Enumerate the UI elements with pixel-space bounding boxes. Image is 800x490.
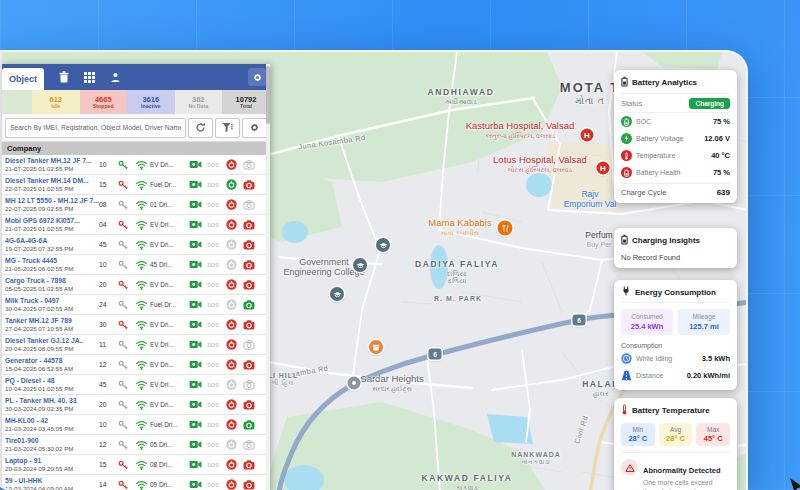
camera-icon[interactable] xyxy=(240,420,258,430)
counter-inactive[interactable]: 3616Inactive xyxy=(127,90,175,114)
camera-icon[interactable] xyxy=(240,360,258,370)
video-camera-icon[interactable] xyxy=(186,320,204,329)
ignition-icon[interactable] xyxy=(222,179,240,190)
list-header-company[interactable]: Company xyxy=(2,142,270,155)
refresh-icon[interactable] xyxy=(188,118,213,138)
vehicle-name-link[interactable]: Tanker MH.12 JF 789 xyxy=(5,317,99,325)
counter-stopped[interactable]: 4665Stopped xyxy=(80,90,128,114)
ignition-icon[interactable] xyxy=(222,199,240,210)
ignition-icon[interactable] xyxy=(222,399,240,410)
grid-icon[interactable] xyxy=(83,71,96,84)
shield-marker[interactable]: 6 xyxy=(573,315,586,326)
vehicle-name-link[interactable]: Diesel Tanker GJ.12 JA.. xyxy=(5,337,99,345)
video-camera-icon[interactable] xyxy=(186,380,204,389)
scrollbar-thumb[interactable] xyxy=(266,66,270,124)
vehicle-name-link[interactable]: Diesel Tanker MH.12 JF 7... xyxy=(5,157,99,165)
vehicle-name-link[interactable]: Milk Truck - 0497 xyxy=(5,297,99,305)
video-camera-icon[interactable] xyxy=(186,220,204,229)
ignition-icon[interactable] xyxy=(222,299,240,310)
vehicle-name-link[interactable]: PL - Tanker MH. 40. 33 xyxy=(5,397,99,405)
vehicle-row[interactable]: PQ - Diesel - 48 10-04-2025 01:02:55 PM … xyxy=(2,375,270,395)
ignition-icon[interactable] xyxy=(222,159,240,170)
camera-icon[interactable] xyxy=(240,160,258,170)
counter-nodata[interactable]: 382No Data xyxy=(175,90,223,114)
school-marker[interactable] xyxy=(330,287,344,301)
camera-icon[interactable] xyxy=(240,220,258,230)
ignition-icon[interactable] xyxy=(222,319,240,330)
camera-icon[interactable] xyxy=(240,480,258,490)
camera-icon[interactable] xyxy=(240,180,258,190)
video-camera-icon[interactable] xyxy=(186,340,204,349)
school-marker[interactable] xyxy=(376,238,390,252)
vehicle-row[interactable]: Tire01-900 21-03-2024 05:30:02 PM 12 05 … xyxy=(2,435,270,455)
video-camera-icon[interactable] xyxy=(186,180,204,189)
user-icon[interactable] xyxy=(109,71,122,84)
ignition-icon[interactable] xyxy=(222,259,240,270)
video-camera-icon[interactable] xyxy=(186,280,204,289)
vehicle-name-link[interactable]: MG - Truck 4445 xyxy=(5,257,99,265)
vehicle-row[interactable]: Cargo Truck - 7898 05-05-2025 01:02:55 A… xyxy=(2,275,270,295)
video-camera-icon[interactable] xyxy=(186,440,204,449)
video-camera-icon[interactable] xyxy=(186,160,204,169)
camera-icon[interactable] xyxy=(240,340,258,350)
trash-icon[interactable] xyxy=(57,71,70,84)
ignition-icon[interactable] xyxy=(222,219,240,230)
hospital-marker[interactable]: H xyxy=(597,162,610,175)
vehicle-row[interactable]: Laptop - 91 20-03-2024 09:20:55 AM 15 08… xyxy=(2,455,270,475)
video-camera-icon[interactable] xyxy=(186,300,204,309)
search-input[interactable] xyxy=(5,118,186,138)
ignition-icon[interactable] xyxy=(222,279,240,290)
shield-marker[interactable]: 6 xyxy=(429,349,442,360)
camera-icon[interactable] xyxy=(240,380,258,390)
vehicle-row[interactable]: Milk Truck - 0497 30-04-2025 07:02:55 AM… xyxy=(2,295,270,315)
camera-icon[interactable] xyxy=(240,400,258,410)
vehicle-row[interactable]: Tanker MH.12 JF 789 27-04-2025 07:10:55 … xyxy=(2,315,270,335)
gear-icon[interactable] xyxy=(242,118,267,138)
vehicle-name-link[interactable]: 4G-6A-4G-6A xyxy=(5,237,99,245)
vehicle-row[interactable]: PL - Tanker MH. 40. 33 30-03-2024 09:02:… xyxy=(2,395,270,415)
counter-total[interactable]: 10792Total xyxy=(222,90,270,114)
sidebar-scrollbar[interactable] xyxy=(266,64,270,490)
vehicle-name-link[interactable]: 59 - UI-HHK xyxy=(5,477,99,485)
ignition-icon[interactable] xyxy=(222,479,240,490)
vehicle-name-link[interactable]: Cargo Truck - 7898 xyxy=(5,277,99,285)
camera-icon[interactable] xyxy=(240,460,258,470)
ignition-icon[interactable] xyxy=(222,439,240,450)
camera-icon[interactable] xyxy=(240,320,258,330)
ignition-icon[interactable] xyxy=(222,339,240,350)
video-camera-icon[interactable] xyxy=(186,200,204,209)
vehicle-row[interactable]: Diesel Tanker MH.12 JF 7... 21-07-2025 0… xyxy=(2,155,270,175)
video-camera-icon[interactable] xyxy=(186,400,204,409)
ignition-icon[interactable] xyxy=(222,379,240,390)
camera-icon[interactable] xyxy=(240,200,258,210)
ignition-icon[interactable] xyxy=(222,239,240,250)
vehicle-name-link[interactable]: Generator - 44578 xyxy=(5,357,99,365)
video-camera-icon[interactable] xyxy=(186,240,204,249)
video-camera-icon[interactable] xyxy=(186,460,204,469)
filter-icon[interactable] xyxy=(215,118,240,138)
ignition-icon[interactable] xyxy=(222,419,240,430)
vehicle-row[interactable]: MH-KL00 - 42 21-03-2024 03:45:05 PM 10 F… xyxy=(2,415,270,435)
vehicle-row[interactable]: MG - Truck 4445 21-05-2025 06:02:55 PM 1… xyxy=(2,255,270,275)
vehicle-row[interactable]: Generator - 44578 15-04-2025 06:52:55 AM… xyxy=(2,355,270,375)
restaurant-marker[interactable] xyxy=(498,221,513,236)
video-camera-icon[interactable] xyxy=(186,420,204,429)
vehicle-row[interactable]: 4G-6A-4G-6A 19-07-2025 07:32:55 PM 45 EV… xyxy=(2,235,270,255)
hospital-marker[interactable]: H xyxy=(581,129,594,142)
school-marker[interactable] xyxy=(353,258,367,272)
camera-icon[interactable] xyxy=(240,260,258,270)
place-marker[interactable] xyxy=(348,377,361,390)
vehicle-name-link[interactable]: MH 12 LT 5550 - MH.12 JF 7... xyxy=(5,197,99,205)
vehicle-name-link[interactable]: Laptop - 91 xyxy=(5,457,99,465)
camera-icon[interactable] xyxy=(240,280,258,290)
vehicle-name-link[interactable]: Mobi GPS 6972 KI057... xyxy=(5,217,99,225)
video-camera-icon[interactable] xyxy=(186,260,204,269)
tab-object[interactable]: Object xyxy=(2,68,44,90)
vehicle-row[interactable]: Diesel Tanker GJ.12 JA.. 20-04-2025 08:0… xyxy=(2,335,270,355)
vehicle-row[interactable]: Mobi GPS 6972 KI057... 21-07-2025 01:02:… xyxy=(2,215,270,235)
vehicle-row[interactable]: MH 12 LT 5550 - MH.12 JF 7... 22-07-2025… xyxy=(2,195,270,215)
vehicle-name-link[interactable]: Diesel Tanker MH.14 DM... xyxy=(5,177,99,185)
ignition-icon[interactable] xyxy=(222,359,240,370)
camera-icon[interactable] xyxy=(240,440,258,450)
vehicle-name-link[interactable]: MH-KL00 - 42 xyxy=(5,417,99,425)
